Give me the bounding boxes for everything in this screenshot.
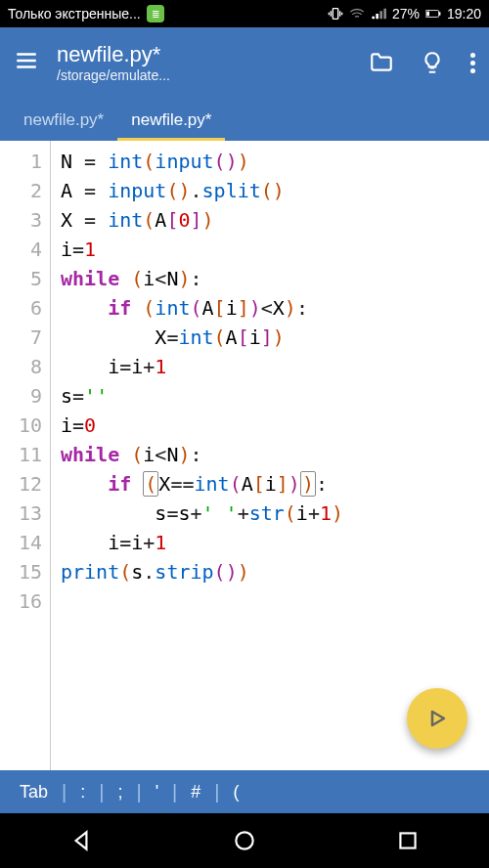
line-number: 13: [0, 499, 42, 528]
quick-key-paren[interactable]: (: [220, 782, 253, 803]
clock: 19:20: [447, 6, 481, 22]
line-number: 2: [0, 176, 42, 205]
line-number: 3: [0, 205, 42, 235]
overflow-menu-icon[interactable]: [470, 53, 475, 73]
line-number: 4: [0, 235, 42, 264]
quick-key-tab[interactable]: Tab: [6, 782, 62, 803]
carrier-text: Только экстренные...: [8, 6, 141, 22]
file-path: /storage/emulate...: [57, 67, 369, 83]
line-number: 7: [0, 323, 42, 352]
vibrate-icon: [328, 6, 343, 22]
app-indicator-icon: ≣: [147, 5, 164, 22]
svg-rect-5: [400, 833, 415, 847]
home-button[interactable]: [232, 828, 257, 853]
code-editor[interactable]: 12345678910111213141516 N = int(input())…: [0, 141, 489, 770]
android-nav-bar: [0, 813, 489, 868]
battery-icon: [425, 6, 441, 22]
tab-1[interactable]: newfile.py*: [117, 101, 225, 141]
quick-key-colon[interactable]: :: [67, 782, 99, 803]
code-area[interactable]: N = int(input()) A = input().split() X =…: [51, 141, 489, 770]
status-bar: Только экстренные... ≣ 27% 19:20: [0, 0, 489, 27]
quick-key-semicolon[interactable]: ;: [104, 782, 136, 803]
signal-icon: [371, 6, 386, 22]
run-button[interactable]: [407, 688, 467, 749]
tab-0[interactable]: newfile.py*: [10, 101, 117, 141]
line-number: 14: [0, 528, 42, 557]
line-number: 1: [0, 147, 42, 176]
quick-key-quote[interactable]: ': [142, 782, 172, 803]
svg-rect-2: [439, 12, 441, 15]
back-button[interactable]: [68, 828, 94, 853]
bulb-icon[interactable]: [420, 50, 445, 75]
wifi-icon: [349, 6, 365, 22]
line-number: 16: [0, 586, 42, 616]
line-number: 12: [0, 469, 42, 499]
symbol-quickbar: Tab| :| ;| '| #| (: [0, 770, 489, 813]
line-number: 9: [0, 381, 42, 411]
line-number: 5: [0, 264, 42, 293]
battery-percent: 27%: [392, 6, 420, 22]
svg-point-4: [236, 832, 252, 848]
line-number: 10: [0, 411, 42, 440]
recent-button[interactable]: [395, 828, 421, 853]
app-toolbar: newfile.py* /storage/emulate...: [0, 27, 489, 98]
line-number: 6: [0, 293, 42, 323]
line-gutter: 12345678910111213141516: [0, 141, 51, 770]
tab-bar: newfile.py* newfile.py*: [0, 98, 489, 141]
quick-key-hash[interactable]: #: [177, 782, 214, 803]
folder-icon[interactable]: [369, 50, 394, 75]
file-title: newfile.py*: [57, 42, 369, 67]
menu-button[interactable]: [14, 48, 39, 77]
svg-rect-0: [333, 9, 337, 20]
line-number: 8: [0, 352, 42, 381]
svg-rect-3: [426, 12, 429, 17]
line-number: 15: [0, 557, 42, 586]
line-number: 11: [0, 440, 42, 469]
